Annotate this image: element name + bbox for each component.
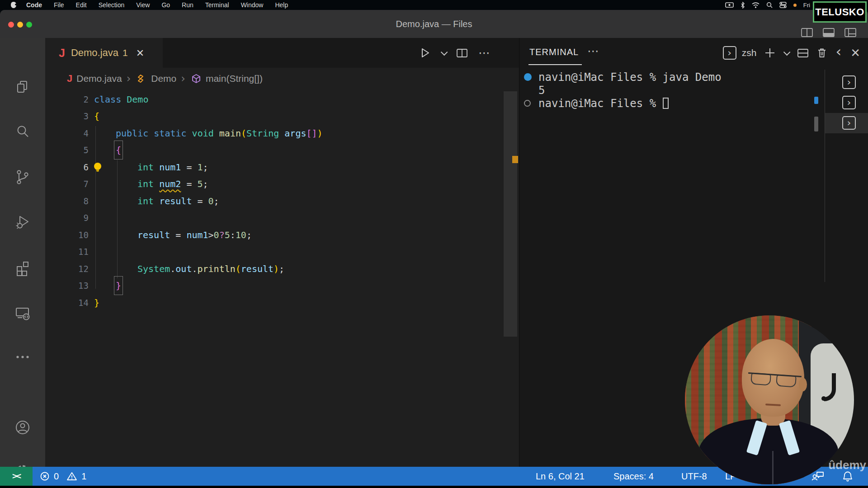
menu-run[interactable]: Run [182,1,193,9]
source-control-icon[interactable] [14,169,31,186]
cursor-position-status[interactable]: Ln 6, Col 21 [536,467,585,486]
code-line-2: 2class Demo [45,91,503,108]
tab-demo-java[interactable]: J Demo.java 1 ✕ [45,38,163,68]
remote-indicator[interactable]: >< [0,467,33,486]
breadcrumb-file[interactable]: Demo.java [76,73,122,84]
indentation-status[interactable]: Spaces: 4 [613,467,654,486]
editor-more-actions-icon[interactable]: ⋯ [478,51,491,55]
terminal-output[interactable]: navin@iMac Files % java Demo5navin@iMac … [519,70,818,110]
terminal-profile-chevron-icon[interactable] [783,48,791,56]
split-editor-icon[interactable] [457,49,467,57]
apple-menu-icon[interactable] [11,2,16,8]
code-text: { [94,111,99,122]
line-number: 6 [45,162,89,172]
macos-menu-bar: CodeFileEditSelectionViewGoRunTerminalWi… [0,0,868,10]
code-line-4: 4public static void main(String args[]) [45,125,503,142]
breadcrumb-separator: › [181,72,185,85]
move-panel-chevron-icon[interactable]: ‹ [835,43,841,60]
overview-ruler-warning-marker [512,156,518,163]
terminal-scrollbar-thumb[interactable] [814,117,818,131]
class-symbol-icon [136,73,147,84]
code-text: System.out.println(result); [94,263,284,274]
editor-actions: ⋯ [421,38,519,68]
code-text: } [94,280,121,291]
split-editor-layout-icon[interactable] [801,28,813,37]
screen-mirroring-icon[interactable] [725,2,734,8]
terminal-instance-icon[interactable]: › [842,116,856,130]
tab-close-button[interactable]: ✕ [136,47,144,59]
toggle-panel-icon[interactable] [823,28,835,37]
terminal-text: navin@iMac Files % java Demo [538,71,722,84]
code-text: int num1 = 1; [94,162,208,173]
menu-help[interactable]: Help [275,1,288,9]
wifi-icon[interactable] [752,2,760,8]
code-line-5: 5{ [45,142,503,159]
code-text: { [94,145,121,155]
warning-count: 1 [81,471,86,482]
code-line-7: 7int num2 = 5; [45,176,503,193]
terminal-instance-icon[interactable]: › [842,96,856,109]
lightbulb-icon[interactable] [94,163,101,170]
run-and-debug-icon[interactable] [14,213,31,230]
menu-code[interactable]: Code [26,1,42,9]
menu-edit[interactable]: Edit [76,1,87,9]
editor-tab-bar: J Demo.java 1 ✕ ⋯ [45,38,519,68]
control-center-icon[interactable] [779,2,787,8]
line-number: 14 [45,298,89,308]
menu-selection[interactable]: Selection [99,1,125,9]
line-number: 4 [45,128,89,138]
split-terminal-icon[interactable] [797,49,808,57]
terminal-line: navin@iMac Files % [519,97,818,110]
code-text: } [94,297,99,308]
scrollbar-thumb[interactable] [504,91,517,337]
terminal-cursor [663,98,669,109]
bluetooth-icon[interactable] [741,2,745,9]
code-line-14: 14} [45,294,503,311]
code-line-9: 9 [45,210,503,227]
terminal-command-decoration-success[interactable] [524,73,532,81]
terminal-command-decoration-pending[interactable] [524,100,531,107]
run-dropdown-chevron-icon[interactable] [441,48,448,56]
breadcrumb-separator: › [127,72,131,85]
terminal-shell-label: zsh [742,47,757,58]
terminal-instance-row-2[interactable]: › [825,93,868,113]
terminal-tabs-list: ››› [825,72,868,133]
close-panel-icon[interactable]: ✕ [850,46,860,60]
problems-status[interactable]: 0 1 [40,467,86,486]
menu-window[interactable]: Window [241,1,264,9]
run-java-button[interactable] [421,47,430,58]
line-number: 10 [45,230,89,240]
line-number: 12 [45,264,89,274]
menu-file[interactable]: File [54,1,64,9]
menu-go[interactable]: Go [161,1,170,9]
remote-explorer-icon[interactable] [14,305,31,322]
breadcrumb-method[interactable]: main(String[]) [206,73,263,84]
search-icon[interactable] [14,123,31,140]
java-file-icon: J [67,73,72,84]
extensions-icon[interactable] [14,259,31,277]
panel-more-actions-icon[interactable]: ⋯ [587,44,600,58]
menu-terminal[interactable]: Terminal [205,1,229,9]
tab-terminal[interactable]: TERMINAL [529,47,579,57]
terminal-instance-icon[interactable]: › [842,75,856,89]
accounts-icon[interactable] [14,419,31,436]
code-line-12: 12System.out.println(result); [45,260,503,277]
encoding-status[interactable]: UTF-8 [681,467,707,486]
terminal-text: navin@iMac Files % [538,97,663,110]
kill-terminal-trash-icon[interactable] [817,48,826,58]
code-text: result = num1>0?5:10; [94,230,252,240]
search-icon[interactable] [766,2,773,8]
menu-bar-clock[interactable]: Fri [803,2,810,9]
breadcrumb-class[interactable]: Demo [151,73,176,84]
explorer-icon[interactable] [14,79,31,96]
code-editor[interactable]: 2class Demo3{4public static void main(St… [45,89,503,467]
letterbox-strip [0,486,868,488]
new-terminal-button[interactable] [765,48,774,57]
customize-layout-icon[interactable] [844,28,856,37]
line-number: 2 [45,94,89,104]
editor-scrollbar [503,89,519,467]
menu-view[interactable]: View [136,1,150,9]
more-actions-icon[interactable] [14,348,31,366]
terminal-instance-row-1[interactable]: › [825,72,868,93]
terminal-instance-row-3[interactable]: › [825,113,868,133]
